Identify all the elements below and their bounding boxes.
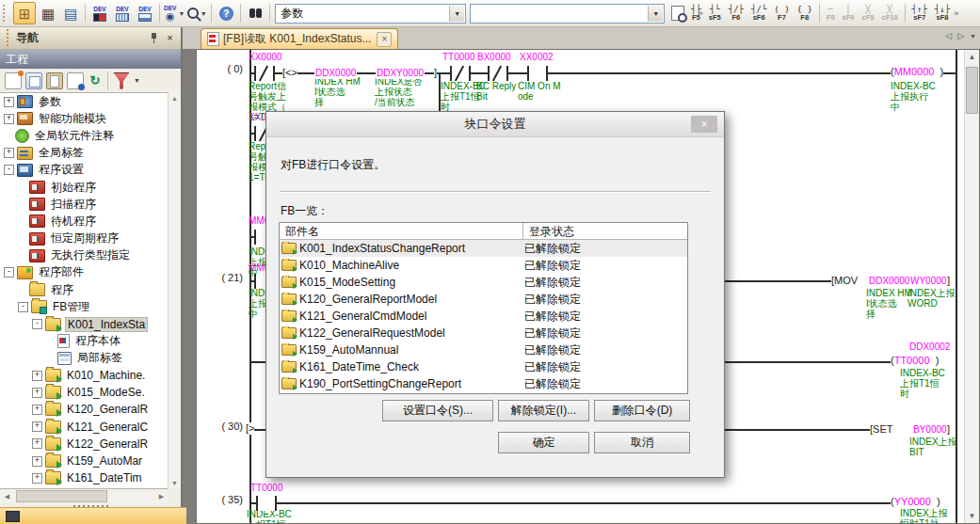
tree-item--[interactable]: +全局标签 bbox=[0, 145, 169, 162]
scroll-up-icon[interactable]: ▲ bbox=[965, 50, 979, 64]
fb-table-row[interactable]: K159_AutoMannual已解除锁定 bbox=[280, 341, 687, 358]
combobox-arrow-icon[interactable]: ▼ bbox=[648, 6, 663, 22]
filter-button[interactable] bbox=[113, 72, 130, 89]
ladder-symbol-button-sF6[interactable]: ┤/└sF6 bbox=[748, 4, 769, 23]
expand-icon[interactable]: + bbox=[32, 421, 42, 432]
tab-menu-button[interactable]: ▼ bbox=[970, 33, 976, 40]
ladder-symbol-button-sF8[interactable]: ┤↓├sF8 bbox=[932, 4, 953, 23]
scroll-down-icon[interactable]: ▼ bbox=[965, 509, 979, 523]
tree-item-k015_modese-[interactable]: +K015_ModeSe. bbox=[0, 384, 169, 401]
expand-icon[interactable]: + bbox=[32, 371, 42, 381]
fb-table-row[interactable]: K121_GeneralCmdModel已解除锁定 bbox=[280, 308, 687, 325]
unlock-button[interactable]: 解除锁定(I)... bbox=[498, 400, 589, 421]
toolbar-grip[interactable] bbox=[3, 5, 9, 22]
tree-vertical-scrollbar[interactable]: ▲ ▼ bbox=[168, 92, 181, 489]
set-password-button[interactable]: 设置口令(S)... bbox=[382, 400, 493, 421]
tree-item--[interactable]: 全局软元件注释 bbox=[0, 127, 169, 144]
tree-item--[interactable]: 无执行类型指定 bbox=[0, 247, 169, 264]
new-item-button[interactable] bbox=[5, 72, 22, 89]
device-test-button[interactable]: ▼ bbox=[186, 3, 207, 24]
ladder-symbol-button-F7[interactable]: ( )F7 bbox=[771, 4, 792, 23]
tree-item--[interactable]: 扫描程序 bbox=[0, 196, 169, 213]
cancel-button[interactable]: 取消 bbox=[594, 432, 690, 453]
list-view-button[interactable]: ▤ bbox=[60, 3, 81, 24]
tree-item--[interactable]: -程序设置 bbox=[0, 162, 169, 179]
fb-table-row[interactable]: K190_PortSettingChangeReport已解除锁定 bbox=[280, 375, 687, 392]
copy-button[interactable] bbox=[25, 72, 42, 89]
expand-icon[interactable]: + bbox=[4, 97, 14, 107]
column-header-status[interactable]: 登录状态 bbox=[523, 223, 687, 239]
tree-item--[interactable]: 程序本体 bbox=[0, 333, 169, 350]
tree-item-k161_datetim[interactable]: +K161_DateTim bbox=[0, 469, 169, 486]
tab-next-button[interactable]: ▷ bbox=[957, 31, 964, 40]
tree-horizontal-scrollbar[interactable]: ◀ ▶ bbox=[0, 489, 169, 503]
tab-fb-k001[interactable]: [FB]读取 K001_IndexStatus... × bbox=[201, 28, 398, 49]
tree-item--[interactable]: 待机程序 bbox=[0, 213, 169, 230]
module-config-button[interactable]: ▦ bbox=[38, 3, 58, 24]
scroll-up-icon[interactable]: ▲ bbox=[169, 92, 181, 104]
find-button[interactable] bbox=[245, 3, 265, 24]
tree-item--[interactable]: 局部标签 bbox=[0, 350, 169, 367]
cross-reference-button[interactable] bbox=[667, 3, 688, 24]
tree-item--[interactable]: +智能功能模块 bbox=[0, 110, 169, 127]
tree-item-k120_generalr[interactable]: +K120_GeneralR bbox=[0, 401, 169, 418]
collapse-icon[interactable]: - bbox=[4, 165, 14, 175]
toolbar-overflow-button[interactable]: » bbox=[954, 8, 958, 18]
fb-table-row[interactable]: K010_MachineAlive已解除锁定 bbox=[280, 257, 687, 274]
expand-icon[interactable]: + bbox=[32, 405, 42, 415]
collapse-icon[interactable]: - bbox=[18, 302, 28, 312]
help-button[interactable]: ? bbox=[216, 3, 236, 24]
device-find-button[interactable]: DEV bbox=[89, 3, 110, 24]
scrollbar-thumb[interactable] bbox=[16, 490, 107, 502]
expand-icon[interactable]: + bbox=[4, 114, 14, 124]
tab-prev-button[interactable]: ◁ bbox=[945, 31, 952, 40]
ladder-symbol-button-sF5[interactable]: ┤└sF5 bbox=[706, 4, 724, 23]
tree-item--[interactable]: -程序部件 bbox=[0, 264, 169, 281]
secondary-combobox[interactable]: ▼ bbox=[470, 4, 665, 24]
expand-icon[interactable]: + bbox=[32, 473, 42, 484]
property-button[interactable] bbox=[67, 72, 84, 89]
collapse-icon[interactable]: - bbox=[4, 267, 14, 278]
device-batch-monitor-button[interactable]: DEV bbox=[112, 3, 133, 24]
scroll-left-icon[interactable]: ◀ bbox=[0, 493, 14, 500]
fb-table-row[interactable]: K122_GeneralRequestModel已解除锁定 bbox=[280, 325, 687, 341]
fb-table-row[interactable]: K015_ModeSetting已解除锁定 bbox=[280, 274, 687, 291]
tree-item--[interactable]: 恒定周期程序 bbox=[0, 230, 169, 247]
tree-item-k121_generalc[interactable]: +K121_GeneralC bbox=[0, 419, 169, 436]
fb-table-row[interactable]: K001_IndexStatusChangeReport已解除锁定 bbox=[280, 240, 687, 257]
tree-item-fb-[interactable]: -FB管理 bbox=[0, 298, 169, 315]
ladder-symbol-button-F8[interactable]: { }F8 bbox=[795, 4, 815, 23]
ladder-symbol-button-F6[interactable]: ┤/├F6 bbox=[726, 4, 747, 23]
search-combobox[interactable]: 参数▼ bbox=[275, 4, 466, 24]
tree-item--[interactable]: 程序 bbox=[0, 281, 169, 298]
tree-item-k010_machine-[interactable]: +K010_Machine. bbox=[0, 367, 169, 384]
paste-button[interactable] bbox=[46, 72, 63, 89]
expand-icon[interactable]: + bbox=[4, 148, 14, 158]
panel-grip[interactable] bbox=[7, 29, 13, 46]
scroll-right-icon[interactable]: ▶ bbox=[154, 493, 169, 500]
refresh-button[interactable]: ↻ bbox=[88, 73, 103, 88]
tab-close-button[interactable]: × bbox=[377, 32, 392, 47]
device-display-button[interactable]: DEV◉▼ bbox=[164, 3, 185, 24]
ladder-symbol-button-sF7[interactable]: ┤↑├sF7 bbox=[909, 4, 930, 23]
tree-item-k001_indexsta[interactable]: -K001_IndexSta bbox=[0, 315, 169, 332]
ok-button[interactable]: 确定 bbox=[498, 432, 589, 453]
navigation-close-button[interactable]: × bbox=[163, 31, 177, 45]
expand-icon[interactable]: + bbox=[32, 438, 42, 449]
editor-vertical-scrollbar[interactable]: ▲ ▼ bbox=[964, 50, 979, 523]
ladder-symbol-button-F5[interactable]: ┤├F5 bbox=[688, 4, 704, 23]
fb-table-row[interactable]: K161_DateTime_Check已解除锁定 bbox=[280, 358, 687, 375]
collapse-icon[interactable]: - bbox=[32, 319, 42, 329]
pin-button[interactable] bbox=[147, 31, 161, 45]
scroll-down-icon[interactable]: ▼ bbox=[169, 477, 181, 489]
expand-icon[interactable]: + bbox=[32, 388, 42, 398]
device-registration-monitor-button[interactable]: DEV bbox=[135, 3, 155, 24]
tree-item--[interactable]: 初始程序 bbox=[0, 179, 169, 196]
dialog-close-button[interactable]: × bbox=[691, 116, 717, 133]
tree-item-k159_automar[interactable]: +K159_AutoMar bbox=[0, 453, 169, 469]
tree-item--[interactable]: +参数 bbox=[0, 93, 169, 110]
combobox-arrow-icon[interactable]: ▼ bbox=[449, 6, 464, 22]
scrollbar-thumb[interactable] bbox=[966, 67, 978, 114]
column-header-name[interactable]: 部件名 bbox=[280, 223, 523, 239]
project-view-button[interactable]: ⊞ bbox=[13, 2, 36, 24]
